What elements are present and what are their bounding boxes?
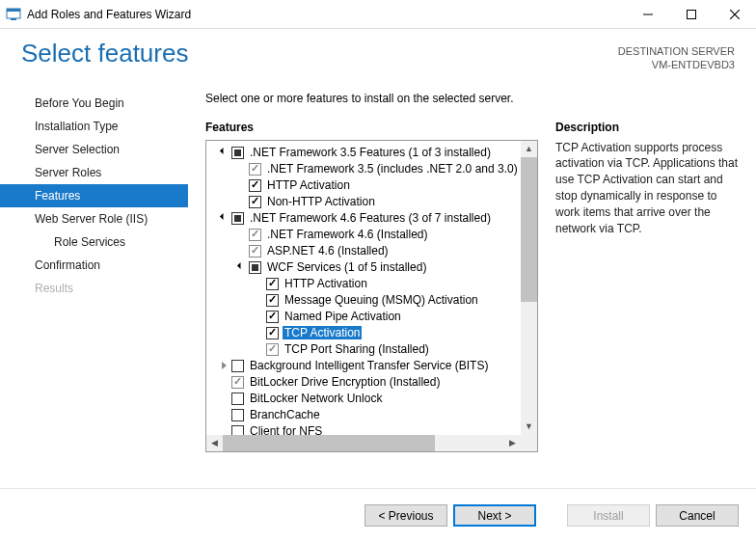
tree-item[interactable]: Named Pipe Activation: [210, 309, 521, 325]
horizontal-scrollbar[interactable]: ◀ ▶: [206, 435, 521, 451]
tree-expander-placeholder: [218, 409, 230, 420]
minimize-button[interactable]: [626, 0, 669, 29]
tree-item-label[interactable]: .NET Framework 3.5 (includes .NET 2.0 an…: [265, 162, 520, 176]
tree-item[interactable]: BranchCache: [210, 407, 521, 423]
cancel-button[interactable]: Cancel: [656, 504, 739, 527]
wizard-body: Before You BeginInstallation TypeServer …: [0, 80, 756, 452]
tree-expander-icon[interactable]: [235, 261, 247, 273]
tree-item[interactable]: BitLocker Network Unlock: [210, 391, 521, 407]
tree-item-label[interactable]: TCP Activation: [283, 326, 362, 339]
tree-checkbox[interactable]: [231, 212, 244, 225]
tree-checkbox[interactable]: [249, 245, 261, 257]
next-button[interactable]: Next >: [453, 504, 536, 527]
tree-expander-placeholder: [218, 393, 230, 404]
tree-checkbox[interactable]: [249, 196, 261, 208]
tree-item-label[interactable]: Named Pipe Activation: [283, 310, 403, 323]
tree-item-label[interactable]: .NET Framework 4.6 (Installed): [265, 228, 430, 241]
features-label: Features: [205, 121, 538, 134]
tree-item-label[interactable]: Non-HTTP Activation: [265, 195, 377, 208]
tree-expander-placeholder: [235, 245, 247, 257]
tree-checkbox[interactable]: [249, 163, 261, 176]
tree-checkbox[interactable]: [231, 376, 244, 389]
tree-checkbox[interactable]: [266, 327, 279, 339]
tree-checkbox[interactable]: [266, 294, 279, 307]
tree-item-label[interactable]: Message Queuing (MSMQ) Activation: [283, 293, 480, 307]
tree-item-label[interactable]: .NET Framework 4.6 Features (3 of 7 inst…: [248, 211, 493, 225]
tree-checkbox[interactable]: [249, 261, 261, 274]
destination-value: VM-ENTDEVBD3: [618, 58, 735, 71]
tree-item[interactable]: Client for NFS: [210, 423, 521, 435]
tree-checkbox[interactable]: [231, 393, 244, 405]
tree-item-label[interactable]: HTTP Activation: [283, 277, 369, 290]
svg-rect-1: [7, 9, 20, 12]
tree-checkbox[interactable]: [231, 360, 244, 372]
tree-item[interactable]: TCP Activation: [210, 325, 521, 341]
nav-item-server-roles[interactable]: Server Roles: [0, 161, 188, 184]
tree-expander-placeholder: [218, 425, 230, 435]
tree-item-label[interactable]: Background Intelligent Transfer Service …: [248, 359, 490, 372]
tree-item-label[interactable]: TCP Port Sharing (Installed): [283, 342, 431, 356]
app-icon: [6, 7, 21, 22]
tree-item-label[interactable]: HTTP Activation: [265, 178, 352, 192]
tree-item-label[interactable]: Client for NFS: [248, 424, 324, 435]
tree-expander-placeholder: [235, 163, 247, 175]
tree-item-label[interactable]: BitLocker Drive Encryption (Installed): [248, 375, 442, 389]
tree-item[interactable]: .NET Framework 4.6 Features (3 of 7 inst…: [210, 210, 521, 227]
nav-item-confirmation[interactable]: Confirmation: [0, 254, 188, 277]
scroll-right-button[interactable]: ▶: [504, 435, 521, 451]
tree-item[interactable]: Background Intelligent Transfer Service …: [210, 358, 521, 374]
tree-expander-placeholder: [253, 294, 264, 306]
wizard-content: Select one or more features to install o…: [188, 80, 756, 452]
svg-rect-2: [11, 18, 16, 20]
tree-item[interactable]: ASP.NET 4.6 (Installed): [210, 243, 521, 259]
tree-item-label[interactable]: BitLocker Network Unlock: [248, 392, 384, 405]
tree-checkbox[interactable]: [231, 409, 244, 421]
previous-button[interactable]: < Previous: [364, 504, 447, 527]
vertical-scroll-thumb[interactable]: [521, 157, 537, 302]
horizontal-scroll-track[interactable]: [223, 435, 504, 451]
tree-expander-placeholder: [235, 179, 247, 191]
nav-item-features[interactable]: Features: [0, 184, 188, 207]
scroll-left-button[interactable]: ◀: [206, 435, 223, 451]
tree-item[interactable]: HTTP Activation: [210, 276, 521, 292]
tree-checkbox[interactable]: [231, 147, 244, 159]
nav-item-installation-type[interactable]: Installation Type: [0, 115, 188, 138]
tree-item[interactable]: Message Queuing (MSMQ) Activation: [210, 292, 521, 309]
description-panel: Description TCP Activation supports proc…: [555, 121, 739, 452]
tree-item-label[interactable]: ASP.NET 4.6 (Installed): [265, 244, 391, 257]
tree-checkbox[interactable]: [266, 311, 279, 323]
features-tree[interactable]: .NET Framework 3.5 Features (1 of 3 inst…: [206, 141, 521, 435]
close-button[interactable]: [713, 0, 756, 29]
tree-item[interactable]: .NET Framework 3.5 (includes .NET 2.0 an…: [210, 161, 521, 177]
tree-item[interactable]: WCF Services (1 of 5 installed): [210, 259, 521, 276]
tree-item[interactable]: .NET Framework 4.6 (Installed): [210, 227, 521, 243]
nav-item-server-selection[interactable]: Server Selection: [0, 138, 188, 161]
tree-expander-icon[interactable]: [218, 360, 230, 371]
scroll-down-button[interactable]: ▼: [521, 419, 537, 435]
nav-item-role-services[interactable]: Role Services: [0, 230, 188, 254]
tree-expander-icon[interactable]: [218, 212, 230, 224]
tree-item-label[interactable]: .NET Framework 3.5 Features (1 of 3 inst…: [248, 146, 493, 159]
tree-expander-icon[interactable]: [218, 147, 230, 158]
wizard-nav: Before You BeginInstallation TypeServer …: [0, 80, 188, 452]
nav-item-web-server-role-iis-[interactable]: Web Server Role (IIS): [0, 207, 188, 230]
tree-item-label[interactable]: WCF Services (1 of 5 installed): [265, 260, 428, 274]
tree-item[interactable]: .NET Framework 3.5 Features (1 of 3 inst…: [210, 145, 521, 161]
tree-item[interactable]: Non-HTTP Activation: [210, 194, 521, 210]
tree-checkbox[interactable]: [249, 179, 261, 192]
vertical-scroll-track[interactable]: [521, 157, 537, 419]
vertical-scrollbar[interactable]: ▲ ▼: [521, 141, 537, 435]
tree-item-label[interactable]: BranchCache: [248, 408, 322, 421]
maximize-button[interactable]: [669, 0, 713, 29]
tree-checkbox[interactable]: [266, 278, 279, 290]
tree-expander-placeholder: [235, 196, 247, 207]
tree-checkbox[interactable]: [266, 343, 279, 356]
nav-item-before-you-begin[interactable]: Before You Begin: [0, 92, 188, 115]
tree-item[interactable]: HTTP Activation: [210, 177, 521, 194]
horizontal-scroll-thumb[interactable]: [223, 435, 435, 451]
scroll-up-button[interactable]: ▲: [521, 141, 537, 157]
tree-item[interactable]: TCP Port Sharing (Installed): [210, 341, 521, 358]
tree-item[interactable]: BitLocker Drive Encryption (Installed): [210, 374, 521, 391]
tree-checkbox[interactable]: [231, 425, 244, 435]
tree-checkbox[interactable]: [249, 229, 261, 241]
